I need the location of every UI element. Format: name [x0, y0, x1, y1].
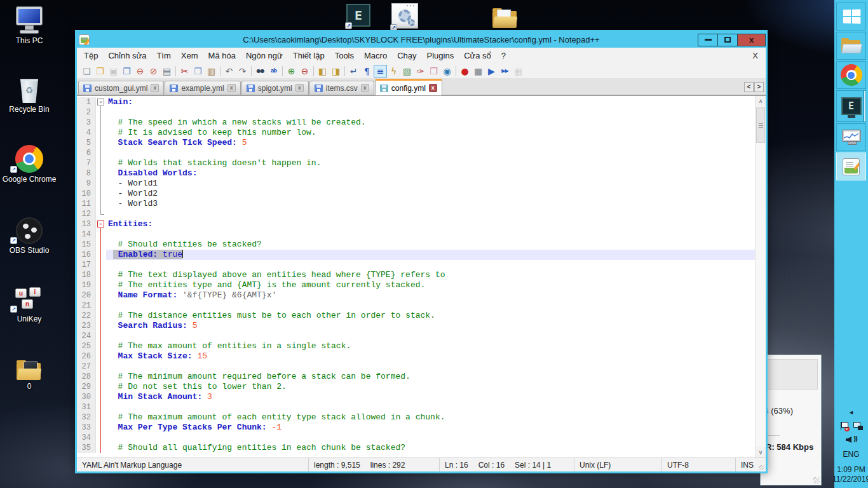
editor-line[interactable]: 22 # The distance entities must be to ea…: [77, 311, 755, 321]
editor-line[interactable]: 19 # The entities type and {AMT} is the …: [77, 280, 755, 290]
tab-close-icon[interactable]: x: [295, 84, 304, 92]
desktop-icon-unikey[interactable]: u i n UniKey: [0, 283, 58, 323]
taskbar-system-monitor[interactable]: [836, 123, 866, 151]
tab-close-icon[interactable]: x: [429, 84, 437, 92]
tab-config.yml[interactable]: config.ymlx: [375, 79, 442, 95]
editor-line[interactable]: 23 Search Radius: 5: [77, 321, 755, 331]
input-language-indicator[interactable]: ENG: [843, 450, 860, 459]
toolbar-find-icon[interactable]: ●●: [254, 65, 267, 78]
tab-scroll-right-button[interactable]: >: [754, 82, 764, 92]
editor-line[interactable]: 32 # The maximum amount of each entity t…: [77, 412, 755, 423]
toolbar-close-all-documents-icon[interactable]: ⊘: [147, 65, 160, 78]
editor-line[interactable]: 5 Stack Search Tick Speed: 5: [77, 138, 755, 148]
editor-line[interactable]: 14: [77, 229, 755, 240]
tab-example.yml[interactable]: example.ymlx: [165, 81, 240, 95]
editor-line[interactable]: 33 Max Per Type Stacks Per Chunk: -1: [77, 423, 755, 433]
toolbar-copy-icon[interactable]: ❐: [191, 65, 205, 78]
menu-item[interactable]: Chỉnh sửa: [103, 49, 151, 62]
editor-area[interactable]: 1-Main:23 # The speed in which a new sta…: [77, 95, 766, 458]
desktop-icon-settings-app[interactable]: [391, 3, 418, 29]
menu-item[interactable]: Chạy: [392, 49, 421, 62]
desktop-icon-open-folder[interactable]: [492, 3, 522, 28]
window-resize-grip[interactable]: [757, 458, 766, 471]
toolbar-save-all-icon[interactable]: ❐: [120, 65, 133, 78]
editor-line[interactable]: 13-Entities:: [77, 219, 755, 229]
toolbar-open-file-icon[interactable]: ❒: [93, 65, 107, 78]
editor-line[interactable]: 15 # Should entities be stacked?: [77, 240, 755, 250]
menu-item[interactable]: Tìm: [151, 49, 175, 62]
toolbar-show-indent-guide-icon[interactable]: ≡: [374, 65, 387, 78]
toolbar-paste-icon[interactable]: ▥: [205, 65, 218, 78]
toolbar-zoom-out-icon[interactable]: ⊖: [298, 65, 311, 78]
editor-line[interactable]: 26 Max Stack Size: 15: [77, 351, 755, 362]
status-eol-format[interactable]: Unix (LF): [574, 458, 662, 471]
menu-item[interactable]: Cửa sổ: [459, 49, 496, 62]
tab-close-icon[interactable]: x: [361, 84, 369, 92]
editor-line[interactable]: 2: [77, 107, 755, 118]
editor-line[interactable]: 10 - World2: [77, 189, 755, 199]
menu-item[interactable]: Plugins: [422, 49, 459, 62]
editor-line[interactable]: 4 # It is advised to keep this number lo…: [77, 128, 755, 138]
toolbar-redo-icon[interactable]: ↷: [236, 65, 249, 78]
status-encoding[interactable]: UTF-8: [662, 458, 736, 471]
toolbar-folder-as-workspace-icon[interactable]: ❒: [427, 65, 440, 78]
menu-item[interactable]: Ngôn ngữ: [241, 49, 288, 62]
toolbar-synchronize-vertical-icon[interactable]: ◧: [316, 65, 329, 78]
editor-line[interactable]: 6: [77, 148, 755, 158]
taskbar-e-console[interactable]: E: [836, 90, 866, 122]
clock[interactable]: 1:09 PM 11/22/2019: [832, 465, 868, 484]
editor-line[interactable]: 24: [77, 331, 755, 341]
toolbar-cut-icon[interactable]: ✂: [178, 65, 191, 78]
taskbar-chrome[interactable]: [836, 61, 866, 89]
toolbar-macro-play-icon[interactable]: ▶: [485, 65, 498, 78]
editor-line[interactable]: 28 # The minimum amount required before …: [77, 372, 755, 382]
menu-item[interactable]: Tools: [330, 49, 359, 62]
taskbar-notepad-plus-plus[interactable]: [836, 152, 866, 180]
tab-close-icon[interactable]: x: [151, 84, 159, 92]
editor-line[interactable]: 21: [77, 301, 755, 311]
desktop-icon-folder-0[interactable]: 0: [0, 351, 58, 391]
editor-line[interactable]: 20 Name Format: '&f{TYPE} &6{AMT}x': [77, 290, 755, 301]
editor-line[interactable]: 3 # The speed in which a new stacks will…: [77, 118, 755, 128]
close-button[interactable]: x: [737, 34, 766, 46]
editor-line[interactable]: 11 - World3: [77, 199, 755, 209]
volume-icon[interactable]: [846, 436, 857, 444]
toolbar-zoom-in-icon[interactable]: ⊕: [285, 65, 298, 78]
taskbar-file-explorer[interactable]: [836, 32, 866, 60]
tray-expand-arrow-icon[interactable]: [848, 409, 854, 416]
toolbar-undo-icon[interactable]: ↶: [222, 65, 236, 78]
editor-line[interactable]: 9 - World1: [77, 179, 755, 189]
action-center-flag-icon[interactable]: [840, 422, 848, 430]
toolbar-document-map-icon[interactable]: ▧: [400, 65, 414, 78]
menu-item[interactable]: Xem: [176, 49, 203, 62]
tab-spigot.yml[interactable]: spigot.ymlx: [241, 81, 309, 95]
menu-item[interactable]: Mã hóa: [203, 49, 241, 62]
toolbar-replace-icon[interactable]: ab: [267, 65, 280, 78]
tab-close-icon[interactable]: x: [227, 84, 236, 92]
network-icon[interactable]: [853, 422, 863, 430]
taskbar-start-button[interactable]: [836, 3, 866, 30]
editor-line[interactable]: 12: [77, 209, 755, 219]
desktop-icon-google-chrome[interactable]: Google Chrome: [0, 144, 58, 184]
toolbar-print-icon[interactable]: ▤: [160, 65, 173, 78]
toolbar-file-monitoring-eye-icon[interactable]: ◉: [440, 65, 454, 78]
editor-line[interactable]: 17: [77, 260, 755, 270]
toolbar-word-wrap-icon[interactable]: ↵: [347, 65, 360, 78]
editor-line[interactable]: 18 # The text displayed above an entitie…: [77, 270, 755, 280]
tab-scroll-left-button[interactable]: <: [744, 82, 754, 92]
menu-close-document-button[interactable]: X: [745, 51, 766, 60]
editor-line[interactable]: 35 # Should all qualifying entities in e…: [77, 443, 755, 453]
tab-custom_gui.yml[interactable]: custom_gui.ymlx: [78, 81, 164, 95]
scrollbar-thumb[interactable]: [756, 107, 765, 143]
toolbar-macro-record-icon[interactable]: ●: [458, 65, 471, 78]
desktop-icon-this-pc[interactable]: This PC: [0, 5, 58, 45]
desktop-icon-e-app[interactable]: E: [346, 4, 370, 27]
fold-collapse-control[interactable]: -: [96, 219, 106, 229]
status-insert-mode[interactable]: INS: [736, 458, 757, 471]
editor-line[interactable]: 1-Main:: [77, 97, 755, 107]
menu-item[interactable]: ?: [496, 49, 511, 62]
toolbar-macro-run-multiple-icon[interactable]: ▶▶: [498, 65, 512, 78]
editor-line[interactable]: 8 Disabled Worlds:: [77, 168, 755, 179]
toolbar-macro-stop-icon[interactable]: ■: [471, 65, 485, 78]
editor-line[interactable]: 25 # The max amount of entities in a sin…: [77, 341, 755, 351]
